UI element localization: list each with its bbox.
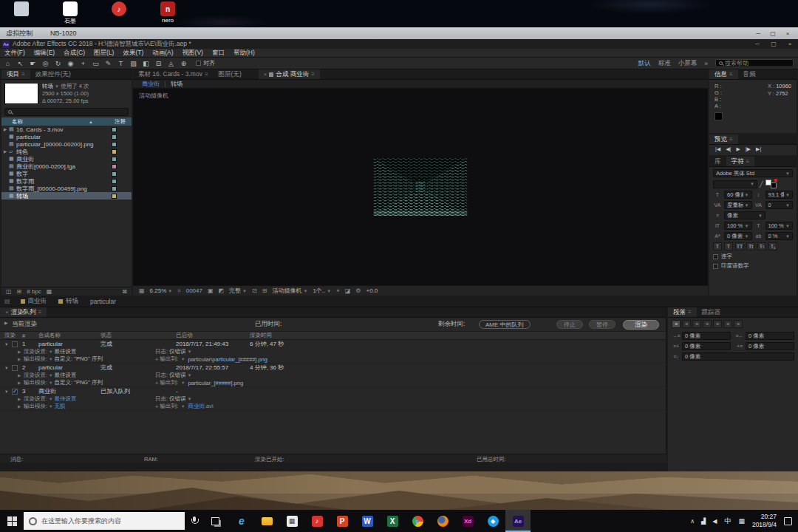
tab-footage[interactable]: 素材 16. Cards - 3.mov ≡ bbox=[133, 69, 214, 79]
output-path[interactable]: particular\particular_[#####].png bbox=[188, 356, 267, 363]
menu-item[interactable]: 编辑(E) bbox=[30, 49, 59, 58]
type-style-button[interactable]: TT bbox=[735, 242, 744, 250]
label-color-chip[interactable] bbox=[112, 179, 117, 184]
align-button[interactable]: ≡ bbox=[723, 320, 732, 328]
queue-in-ame-button[interactable]: AME 中的队列 bbox=[479, 320, 531, 329]
crumb-layer[interactable]: 转场 bbox=[171, 80, 183, 88]
menu-item[interactable]: 动画(A) bbox=[148, 49, 177, 58]
font-family-dropdown[interactable]: Adobe 黑体 Std▼ bbox=[713, 169, 793, 177]
transport-button[interactable]: |▶ bbox=[746, 146, 751, 152]
input-method-indicator[interactable]: 中 bbox=[724, 516, 731, 526]
output-path[interactable]: 商业街.avi bbox=[188, 403, 213, 410]
type-style-button[interactable]: T bbox=[724, 242, 733, 250]
help-search-box[interactable] bbox=[715, 59, 794, 67]
tab-render-queue[interactable]: × 渲染队列 ≡ bbox=[0, 307, 47, 317]
add-output-icon[interactable]: + bbox=[155, 403, 158, 410]
label-color-chip[interactable] bbox=[112, 164, 117, 169]
word-icon[interactable]: W bbox=[355, 510, 380, 532]
pan-behind-tool-icon[interactable]: + bbox=[77, 60, 89, 67]
render-settings-value[interactable]: 最佳设置 bbox=[55, 348, 77, 355]
close-icon[interactable]: × bbox=[5, 309, 9, 316]
workspace-tab[interactable]: 标准 bbox=[658, 59, 671, 68]
dropdown-arrow-icon[interactable]: ▼ bbox=[49, 404, 52, 409]
horizontal-scale-dropdown[interactable]: 100 %▼ bbox=[765, 222, 794, 230]
view-layout-dropdown[interactable]: 1个..▼ bbox=[313, 287, 331, 295]
align-button[interactable]: ≡ bbox=[682, 320, 691, 328]
snapshot-icon[interactable]: ▣ bbox=[208, 287, 214, 294]
twirl-down-icon[interactable]: ▼ bbox=[4, 366, 12, 370]
render-job-row[interactable]: ▼ 3 商业街 已加入队列 - bbox=[0, 387, 666, 395]
brush-tool-icon[interactable]: ▨ bbox=[127, 60, 140, 67]
store-icon[interactable]: ▦ bbox=[279, 510, 304, 532]
twirl-right-icon[interactable]: ▶ bbox=[18, 373, 24, 378]
keyboard-icon[interactable]: ▦ bbox=[738, 517, 745, 525]
twirl-right-icon[interactable]: ▶ bbox=[18, 404, 24, 409]
fast-previews-icon[interactable]: ◪ bbox=[345, 287, 351, 294]
hidden-icons-chevron[interactable]: ∧ bbox=[690, 518, 695, 525]
menu-item[interactable]: 图层(L) bbox=[89, 49, 118, 58]
indent-field[interactable]: 0 像素 bbox=[746, 332, 794, 340]
indent-field[interactable]: 0 像素 bbox=[682, 352, 794, 361]
interpret-footage-icon[interactable]: ◫ bbox=[6, 288, 12, 295]
dictation-button[interactable] bbox=[185, 510, 204, 532]
label-color-chip[interactable] bbox=[112, 127, 117, 132]
type-style-button[interactable]: T₁ bbox=[768, 242, 777, 250]
twirl-right-icon[interactable]: ▶ bbox=[18, 357, 24, 361]
desktop-icon-image[interactable] bbox=[14, 1, 29, 16]
after-effects-icon[interactable]: Ae bbox=[505, 510, 531, 532]
desktop-icon-music[interactable]: ♪ bbox=[102, 1, 136, 24]
file-explorer-icon[interactable] bbox=[254, 510, 279, 532]
label-color-chip[interactable] bbox=[112, 142, 117, 147]
column-comment[interactable]: 注释 bbox=[115, 118, 126, 126]
project-item-row[interactable]: ▶ ▤ 16. Cards - 3.mov bbox=[1, 126, 132, 133]
add-output-icon[interactable]: + bbox=[155, 380, 158, 386]
output-module-value[interactable]: 自定义: "PNG" 序列 bbox=[55, 355, 103, 363]
pause-button[interactable]: 暂停 bbox=[589, 320, 615, 329]
pen-tool-icon[interactable]: ✎ bbox=[102, 60, 115, 67]
maximize-icon[interactable]: ▢ bbox=[765, 41, 782, 47]
dropdown-arrow-icon[interactable]: ▼ bbox=[49, 357, 52, 361]
panel-menu-icon[interactable]: ≡ bbox=[311, 71, 315, 78]
font-size-dropdown[interactable]: 60 像素▼ bbox=[724, 191, 752, 199]
exposure-value[interactable]: +0.0 bbox=[366, 287, 378, 294]
blue-app-icon[interactable]: ◆ bbox=[480, 510, 505, 532]
stop-button[interactable]: 停止 bbox=[556, 320, 583, 329]
orbit-camera-tool-icon[interactable]: ↻ bbox=[52, 60, 64, 67]
transparency-grid-icon[interactable]: ⊞ bbox=[262, 287, 267, 294]
project-item-row[interactable]: ▦ 商业街 bbox=[1, 155, 132, 163]
tab-layer[interactable]: 图层(无) bbox=[214, 69, 247, 79]
tab-info[interactable]: 信息 ≡ bbox=[709, 69, 738, 79]
pixel-aspect-icon[interactable]: ⌖ bbox=[336, 287, 340, 295]
taskbar-search-box[interactable] bbox=[24, 512, 185, 530]
render-checkbox[interactable] bbox=[12, 389, 18, 395]
indent-field[interactable]: 0 像素 bbox=[682, 332, 731, 340]
tab-composition[interactable]: × 合成 商业街 ≡ bbox=[259, 69, 320, 79]
ligatures-checkbox[interactable] bbox=[713, 254, 718, 259]
panel-menu-icon[interactable]: ≡ bbox=[746, 158, 750, 165]
output-module-value[interactable]: 自定义: "PNG" 序列 bbox=[55, 379, 103, 386]
output-path[interactable]: particular_[#####].png bbox=[188, 380, 243, 386]
desktop-icon-image[interactable]: n bbox=[160, 1, 175, 16]
current-time-display[interactable]: 00047 bbox=[186, 287, 202, 294]
tab-project[interactable]: 项目 ≡ bbox=[1, 69, 30, 79]
font-style-dropdown[interactable]: ▼ bbox=[713, 180, 757, 188]
taskbar-clock[interactable]: 20:27 2018/9/4 bbox=[752, 513, 777, 528]
tracking-dropdown[interactable]: 0▼ bbox=[765, 201, 794, 209]
clone-stamp-tool-icon[interactable]: ◧ bbox=[140, 60, 152, 67]
magnification-dropdown[interactable]: 6.25%▼ bbox=[150, 287, 173, 294]
render-button[interactable]: 渲染 bbox=[623, 320, 659, 330]
project-item-row[interactable]: ▤ 商业街[0000-0200].tga bbox=[1, 163, 132, 170]
tab-libraries[interactable]: 库 bbox=[709, 157, 726, 166]
project-column-header[interactable]: 名称 ▲ 注释 bbox=[1, 117, 132, 126]
tab-paragraph[interactable]: 段落 ≡ bbox=[668, 307, 697, 317]
project-item-row[interactable]: ▦ 数字雨 bbox=[1, 177, 132, 185]
dropdown-arrow-icon[interactable]: ▼ bbox=[49, 381, 52, 385]
log-value[interactable]: 仅错误 bbox=[169, 372, 186, 379]
zoom-tool-icon[interactable]: ◎ bbox=[39, 60, 52, 67]
units-dropdown[interactable]: 像素▼ bbox=[724, 211, 765, 219]
project-item-row[interactable]: ▤ particular_[00000-00200].png bbox=[1, 140, 132, 148]
firefox-icon[interactable] bbox=[430, 510, 455, 532]
transport-button[interactable]: |◀ bbox=[715, 146, 720, 152]
close-icon[interactable]: × bbox=[782, 41, 798, 47]
show-channel-icon[interactable]: ◩ bbox=[219, 287, 225, 294]
